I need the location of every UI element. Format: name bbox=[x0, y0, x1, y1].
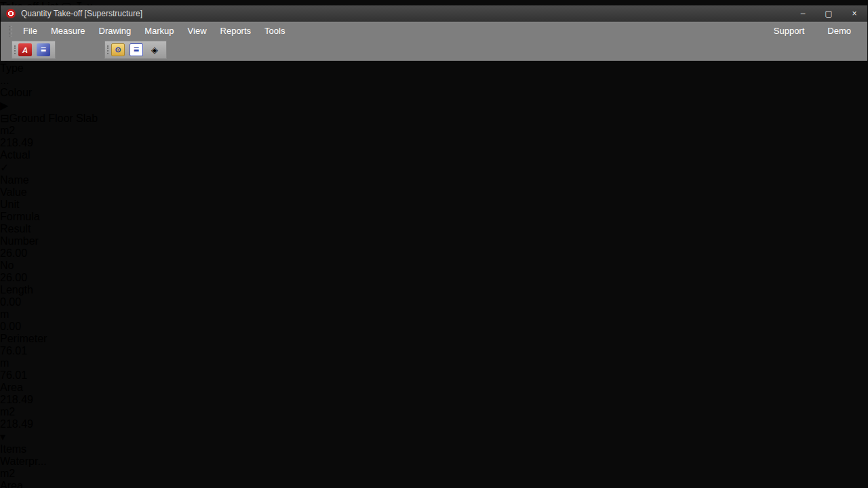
group-chevron-icon[interactable]: ▾ bbox=[0, 430, 868, 443]
dimension-unit: m2 bbox=[0, 468, 868, 480]
dimension-unit: m bbox=[0, 308, 868, 321]
boq-form-button-icon[interactable]: ≣ bbox=[130, 43, 143, 56]
app-window: Quantity Take-off [Superstructure] – ▢ ×… bbox=[0, 0, 868, 488]
menu-item-demo[interactable]: Demo bbox=[821, 24, 858, 38]
type-check-button[interactable]: ✓ bbox=[0, 162, 9, 174]
menu-item-view[interactable]: View bbox=[181, 24, 214, 38]
close-button[interactable]: × bbox=[847, 9, 862, 18]
sub-column-header-value[interactable]: Value bbox=[0, 186, 868, 199]
group-label: Items bbox=[0, 443, 868, 455]
measurement-name: Ground Floor Slab bbox=[9, 113, 98, 124]
dimension-name: Area bbox=[0, 382, 868, 394]
measurement-type[interactable]: Actual bbox=[0, 149, 868, 161]
export-pdf-button-icon[interactable]: A bbox=[18, 43, 32, 56]
dimension-result: 0.00 bbox=[0, 321, 868, 333]
collapse-icon[interactable]: ⊟ bbox=[0, 113, 9, 124]
menu-item-markup[interactable]: Markup bbox=[138, 24, 180, 38]
sub-group-row[interactable]: ▾Items bbox=[0, 430, 868, 455]
window-title: Quantity Take-off [Superstructure] bbox=[21, 9, 142, 18]
row-marker-icon[interactable]: ▶ bbox=[0, 99, 868, 112]
dimension-result: 218.49 bbox=[0, 418, 868, 430]
dimension-result: 76.01 bbox=[0, 369, 868, 382]
sub-column-header-result[interactable]: Result bbox=[0, 223, 868, 235]
dimension-name: Perimeter bbox=[0, 333, 868, 345]
sub-column-header-name[interactable]: Name bbox=[0, 174, 868, 186]
drawing-search-button-icon[interactable]: ⊙ bbox=[111, 43, 125, 56]
dimension-unit: No bbox=[0, 260, 868, 272]
minimize-button[interactable]: – bbox=[795, 9, 810, 18]
column-header-type[interactable]: Type bbox=[0, 62, 868, 75]
dimension-formula: Area bbox=[0, 480, 868, 488]
dimension-name: Length bbox=[0, 284, 868, 296]
app-icon bbox=[6, 9, 16, 18]
measurement-qty: 218.49 bbox=[0, 137, 868, 149]
takeoff-list-panel: Take-off List ▢ ↧ × Measure folder ▾ Nam… bbox=[0, 0, 868, 488]
table-row[interactable]: Waterpr...m2Area0.00 bbox=[0, 455, 868, 488]
column-header-colour[interactable]: Colour bbox=[0, 87, 868, 99]
menu-item-drawing[interactable]: Drawing bbox=[92, 24, 138, 38]
main-area: Take-off List ▢ ↧ × Measure folder ▾ Nam… bbox=[0, 0, 868, 488]
table-row[interactable]: Number26.00No26.00 bbox=[0, 235, 868, 284]
dimension-value: 26.00 bbox=[0, 247, 868, 260]
dimension-name: Number bbox=[0, 235, 868, 247]
menu-bar: FileMeasureDrawingMarkupViewReportsTools… bbox=[1, 22, 867, 39]
dimension-unit: m bbox=[0, 357, 868, 369]
dimension-value: 76.01 bbox=[0, 345, 868, 357]
menu-item-support[interactable]: Support bbox=[767, 24, 812, 38]
dimension-result: 26.00 bbox=[0, 272, 868, 284]
menu-item-file[interactable]: File bbox=[16, 24, 44, 38]
title-bar: Quantity Take-off [Superstructure] – ▢ × bbox=[1, 5, 867, 22]
measurement-unit: m2 bbox=[0, 125, 868, 137]
help-book-button-icon[interactable]: ≣ bbox=[37, 43, 50, 56]
dimension-unit: m2 bbox=[0, 406, 868, 418]
dimension-value: 0.00 bbox=[0, 296, 868, 308]
column-header-[interactable]: ... bbox=[0, 75, 868, 87]
menu-item-tools[interactable]: Tools bbox=[258, 24, 292, 38]
toolbar-group: A≣ bbox=[12, 41, 56, 59]
table-row[interactable]: Length0.00m0.00 bbox=[0, 284, 868, 333]
sub-grid-header: NameValueUnitFormulaResult bbox=[0, 174, 868, 235]
menu-item-reports[interactable]: Reports bbox=[214, 24, 258, 38]
main-toolbar: A≣⊙≣◈ bbox=[1, 39, 867, 61]
dimension-name: Waterpr... bbox=[0, 455, 868, 468]
toolbar-group: ⊙≣◈ bbox=[104, 41, 167, 59]
maximize-button[interactable]: ▢ bbox=[821, 9, 836, 18]
takeoff-sub-grid: NameValueUnitFormulaResult Number26.00No… bbox=[0, 174, 868, 488]
workbook-button-icon[interactable]: ◈ bbox=[148, 43, 161, 56]
menu-item-measure[interactable]: Measure bbox=[44, 24, 92, 38]
dimension-value: 218.49 bbox=[0, 394, 868, 406]
takeoff-grid-row[interactable]: ▶ ⊟Ground Floor Slab m2 218.49 Actual ✓ bbox=[0, 99, 868, 174]
table-row[interactable]: Perimeter76.01m76.01 bbox=[0, 333, 868, 382]
sub-column-header-unit[interactable]: Unit bbox=[0, 199, 868, 211]
table-row[interactable]: Area218.49m2218.49 bbox=[0, 382, 868, 430]
sub-column-header-formula[interactable]: Formula bbox=[0, 211, 868, 223]
